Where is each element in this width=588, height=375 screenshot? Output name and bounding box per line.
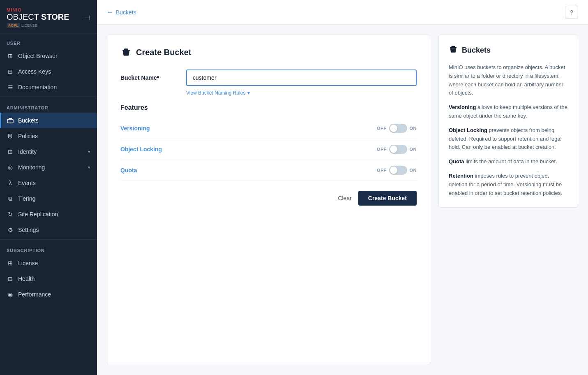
info-title: Buckets: [449, 45, 568, 56]
quota-label: Quota: [120, 167, 377, 174]
sidebar-item-performance[interactable]: ◉ Performance: [0, 287, 97, 302]
sidebar-item-object-browser[interactable]: ⊞ Object Browser: [0, 48, 97, 64]
info-paragraph-1: MinIO uses buckets to organize objects. …: [449, 63, 568, 97]
clear-button[interactable]: Clear: [338, 195, 351, 201]
svg-rect-2: [9, 118, 12, 119]
form-title-text: Create Bucket: [136, 48, 191, 57]
chevron-down-icon: ▾: [88, 149, 90, 155]
info-panel: Buckets MinIO uses buckets to organize o…: [438, 35, 578, 208]
license-text: LICENSE: [21, 23, 37, 28]
logo-license: AGPL LICENSE: [7, 23, 69, 28]
main-content: ← Buckets ? Create Bucket Bucket Name*: [97, 0, 588, 375]
quota-toggle[interactable]: [389, 166, 407, 175]
object-locking-row: Object Locking OFF ON: [120, 139, 417, 160]
lambda-icon: λ: [7, 179, 14, 187]
sidebar-item-documentation[interactable]: ☰ Documentation: [0, 79, 97, 95]
sidebar-item-label: Health: [18, 275, 35, 282]
object-locking-strong: Object Locking: [449, 127, 487, 133]
back-arrow-icon: ←: [107, 9, 113, 16]
sidebar-item-license[interactable]: ⊞ License: [0, 255, 97, 271]
key-icon: ⊟: [7, 68, 14, 75]
object-locking-on-label: ON: [410, 147, 417, 152]
settings-icon: ⚙: [7, 226, 14, 234]
sidebar-item-label: Documentation: [18, 84, 57, 90]
collapse-sidebar-button[interactable]: ⊣: [85, 14, 90, 22]
bucket-icon-main: [120, 46, 132, 58]
svg-rect-1: [7, 119, 13, 123]
sidebar-item-settings[interactable]: ⚙ Settings: [0, 222, 97, 238]
sidebar: MINIO OBJECT STORE AGPL LICENSE ⊣ User ⊞…: [0, 0, 97, 375]
topbar: ← Buckets ?: [97, 0, 588, 25]
quota-row: Quota OFF ON: [120, 160, 417, 181]
sidebar-item-label: Tiering: [18, 195, 35, 202]
versioning-off-label: OFF: [377, 126, 387, 131]
logo-text: OBJECT STORE: [7, 12, 69, 21]
sidebar-section-admin: Administrator: [0, 99, 97, 113]
breadcrumb[interactable]: ← Buckets: [107, 9, 136, 16]
sidebar-item-buckets[interactable]: Buckets: [0, 113, 97, 128]
tiering-icon: ⧉: [7, 195, 14, 202]
replication-icon: ↻: [7, 211, 14, 218]
sidebar-item-label: Monitoring: [18, 164, 45, 171]
sidebar-divider-1: [0, 97, 97, 97]
quota-toggle-knob: [390, 167, 397, 174]
sidebar-item-identity[interactable]: ⊡ Identity ▾: [0, 144, 97, 160]
doc-icon: ☰: [7, 83, 14, 91]
sidebar-item-site-replication[interactable]: ↻ Site Replication: [0, 206, 97, 222]
sidebar-item-label: Identity: [18, 148, 37, 155]
object-locking-off-label: OFF: [377, 147, 387, 152]
info-title-text: Buckets: [462, 46, 491, 55]
bucket-icon: [7, 117, 14, 124]
form-title: Create Bucket: [120, 46, 417, 58]
monitoring-icon: ◎: [7, 164, 14, 171]
sidebar-item-label: Access Keys: [18, 68, 51, 75]
sidebar-item-label: Settings: [18, 227, 39, 233]
create-bucket-button[interactable]: Create Bucket: [358, 191, 417, 206]
health-icon: ⊟: [7, 275, 14, 282]
sidebar-item-events[interactable]: λ Events: [0, 175, 97, 191]
object-locking-toggle-group: OFF ON: [377, 145, 417, 154]
breadcrumb-label: Buckets: [116, 9, 136, 16]
versioning-toggle-group: OFF ON: [377, 124, 417, 133]
create-bucket-form: Create Bucket Bucket Name* View Bucket N…: [107, 35, 430, 365]
sidebar-section-user: User: [0, 34, 97, 48]
logo-mini: MINIO: [7, 7, 69, 12]
shield-icon: ⛨: [7, 132, 14, 140]
license-icon: ⊞: [7, 259, 14, 267]
logo-brand: MINIO OBJECT STORE AGPL LICENSE: [7, 7, 69, 28]
retention-strong: Retention: [449, 173, 473, 179]
bucket-name-input[interactable]: [186, 69, 417, 86]
sidebar-item-label: Policies: [18, 133, 38, 139]
quota-off-label: OFF: [377, 168, 387, 173]
sidebar-divider-2: [0, 239, 97, 240]
svg-rect-6: [451, 46, 455, 48]
performance-icon: ◉: [7, 291, 14, 298]
sidebar-item-policies[interactable]: ⛨ Policies: [0, 128, 97, 144]
info-paragraph-3: Object Locking prevents objects from bei…: [449, 126, 568, 152]
sidebar-item-tiering[interactable]: ⧉ Tiering: [0, 191, 97, 206]
sidebar-item-health[interactable]: ⊟ Health: [0, 271, 97, 287]
sidebar-item-label: Object Browser: [18, 53, 58, 59]
versioning-toggle[interactable]: [389, 124, 407, 133]
sidebar-item-access-keys[interactable]: ⊟ Access Keys: [0, 64, 97, 79]
features-title: Features: [120, 104, 417, 111]
sidebar-item-label: Buckets: [18, 117, 39, 124]
sidebar-item-label: Site Replication: [18, 211, 58, 218]
sidebar-item-label: License: [18, 260, 38, 266]
naming-rules-link[interactable]: View Bucket Naming Rules ▾: [186, 90, 417, 96]
sidebar-item-monitoring[interactable]: ◎ Monitoring ▾: [0, 160, 97, 175]
agpl-badge: AGPL: [7, 23, 20, 28]
svg-rect-4: [124, 49, 128, 50]
chevron-down-icon: ▾: [88, 165, 90, 170]
page-content: Create Bucket Bucket Name* View Bucket N…: [97, 25, 588, 375]
quota-strong: Quota: [449, 158, 464, 164]
object-locking-toggle-knob: [390, 146, 397, 153]
info-paragraph-5: Retention imposes rules to prevent objec…: [449, 172, 568, 197]
object-locking-toggle[interactable]: [389, 145, 407, 154]
bucket-name-label: Bucket Name*: [120, 74, 178, 81]
info-paragraph-2: Versioning allows to keep multiple versi…: [449, 103, 568, 120]
help-button[interactable]: ?: [565, 6, 578, 19]
versioning-label: Versioning: [120, 125, 377, 132]
grid-icon: ⊞: [7, 52, 14, 60]
identity-icon: ⊡: [7, 148, 14, 155]
